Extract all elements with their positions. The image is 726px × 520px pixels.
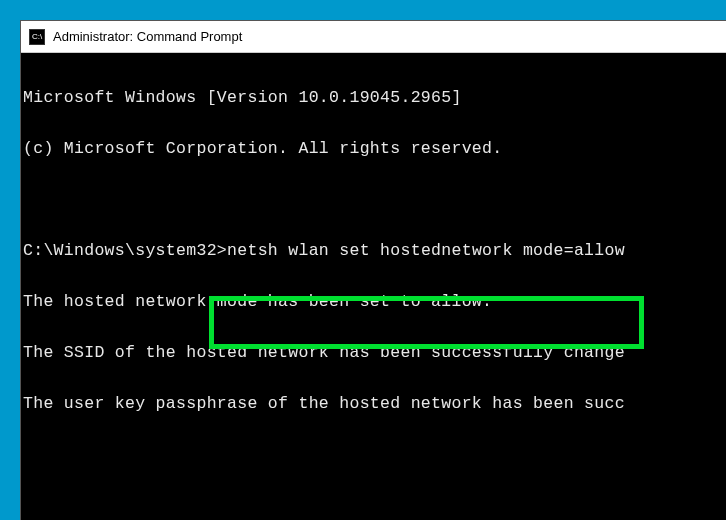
command-line: C:\Windows\system32>netsh wlan set hoste… [23, 238, 726, 264]
output-line: The hosted network mode has been set to … [23, 289, 726, 315]
output-line [23, 442, 726, 468]
window-title: Administrator: Command Prompt [53, 29, 242, 44]
output-line: Microsoft Windows [Version 10.0.19045.29… [23, 85, 726, 111]
command-prompt-window: C:\ Administrator: Command Prompt Micros… [20, 20, 726, 520]
title-bar[interactable]: C:\ Administrator: Command Prompt [21, 21, 726, 53]
output-line: (c) Microsoft Corporation. All rights re… [23, 136, 726, 162]
command-text: netsh wlan set hostednetwork mode=allow [227, 241, 625, 260]
output-line [23, 494, 726, 520]
output-line: The SSID of the hosted network has been … [23, 340, 726, 366]
terminal-output[interactable]: Microsoft Windows [Version 10.0.19045.29… [21, 53, 726, 520]
cmd-icon: C:\ [29, 29, 45, 45]
output-line [23, 187, 726, 213]
prompt: C:\Windows\system32> [23, 241, 227, 260]
output-line: The user key passphrase of the hosted ne… [23, 391, 726, 417]
